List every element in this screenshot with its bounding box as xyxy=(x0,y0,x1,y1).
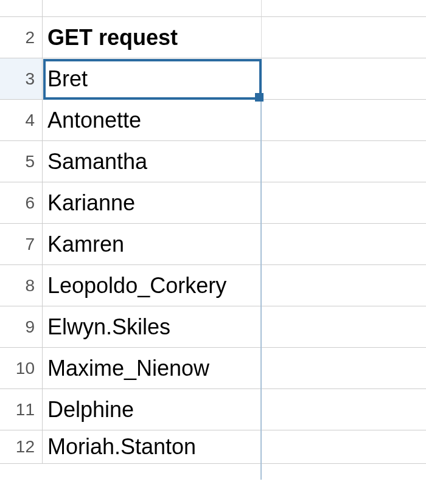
cell[interactable] xyxy=(262,58,426,100)
row-header[interactable]: 10 xyxy=(0,348,43,389)
spreadsheet-grid[interactable]: 2 GET request 3 Bret 4 Antonette 5 Saman… xyxy=(0,0,426,464)
table-row: 4 Antonette xyxy=(0,100,426,141)
cell[interactable] xyxy=(262,141,426,182)
cell[interactable] xyxy=(262,265,426,306)
cell-header[interactable]: GET request xyxy=(43,17,262,58)
table-row: 9 Elwyn.Skiles xyxy=(0,306,426,348)
row-header[interactable]: 5 xyxy=(0,141,43,182)
cell[interactable] xyxy=(262,389,426,430)
cell[interactable]: Elwyn.Skiles xyxy=(43,306,262,348)
row-header[interactable]: 9 xyxy=(0,306,43,348)
table-row: 2 GET request xyxy=(0,17,426,58)
table-row: 5 Samantha xyxy=(0,141,426,182)
cell[interactable]: Leopoldo_Corkery xyxy=(43,265,262,306)
table-row: 8 Leopoldo_Corkery xyxy=(0,265,426,306)
table-row: 7 Kamren xyxy=(0,224,426,265)
table-row: 6 Karianne xyxy=(0,182,426,224)
row-header[interactable]: 8 xyxy=(0,265,43,306)
cell[interactable] xyxy=(262,430,426,464)
cell-selected[interactable]: Bret xyxy=(43,58,262,100)
cell[interactable]: Samantha xyxy=(43,141,262,182)
cell[interactable]: Moriah.Stanton xyxy=(43,430,262,464)
row-header[interactable]: 4 xyxy=(0,100,43,141)
table-row xyxy=(0,0,426,17)
row-header[interactable] xyxy=(0,0,43,17)
cell[interactable] xyxy=(43,0,262,17)
table-row: 11 Delphine xyxy=(0,389,426,430)
cell[interactable] xyxy=(262,224,426,265)
row-header-active[interactable]: 3 xyxy=(0,58,43,100)
row-header[interactable]: 6 xyxy=(0,182,43,224)
cell[interactable]: Kamren xyxy=(43,224,262,265)
row-header[interactable]: 2 xyxy=(0,17,43,58)
row-header[interactable]: 7 xyxy=(0,224,43,265)
cell[interactable] xyxy=(262,306,426,348)
cell[interactable] xyxy=(262,182,426,224)
cell[interactable] xyxy=(262,100,426,141)
table-row: 10 Maxime_Nienow xyxy=(0,348,426,389)
cell[interactable]: Antonette xyxy=(43,100,262,141)
row-header[interactable]: 11 xyxy=(0,389,43,430)
table-row: 3 Bret xyxy=(0,58,426,100)
table-row: 12 Moriah.Stanton xyxy=(0,430,426,464)
cell[interactable]: Delphine xyxy=(43,389,262,430)
cell[interactable] xyxy=(262,0,426,17)
cell[interactable] xyxy=(262,17,426,58)
cell[interactable]: Karianne xyxy=(43,182,262,224)
cell[interactable] xyxy=(262,348,426,389)
row-header[interactable]: 12 xyxy=(0,430,43,464)
cell[interactable]: Maxime_Nienow xyxy=(43,348,262,389)
